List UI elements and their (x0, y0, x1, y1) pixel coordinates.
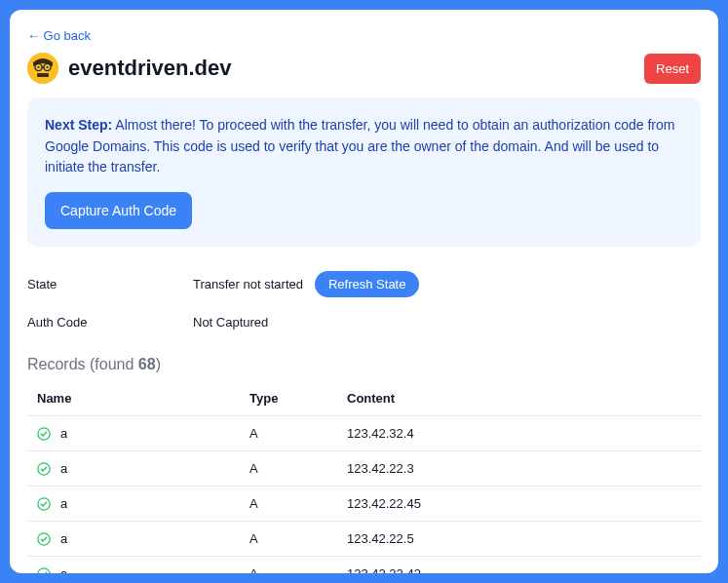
cell-name: a (27, 557, 242, 573)
records-table: Name Type Content aA123.42.32.4aA123.42.… (27, 381, 701, 573)
cell-type: A (242, 486, 339, 522)
col-header-name: Name (27, 381, 242, 416)
records-table-wrap[interactable]: Name Type Content aA123.42.32.4aA123.42.… (27, 381, 701, 573)
page-title: eventdriven.dev (68, 56, 232, 81)
svg-rect-6 (37, 73, 49, 77)
records-prefix: Records (found (27, 356, 138, 372)
info-grid: State Transfer not started Refresh State… (27, 262, 701, 338)
auth-code-row: Auth Code Not Captured (27, 306, 701, 338)
capture-auth-code-button[interactable]: Capture Auth Code (45, 192, 192, 229)
check-circle-icon (37, 497, 51, 511)
col-header-type: Type (242, 381, 339, 416)
cell-content: 123.42.22.45 (339, 486, 701, 522)
record-name: a (60, 566, 67, 573)
records-suffix: ) (156, 356, 161, 372)
check-circle-icon (37, 462, 51, 476)
check-circle-icon (37, 532, 51, 546)
check-circle-icon (37, 567, 51, 573)
next-step-body: Almost there! To proceed with the transf… (45, 117, 674, 175)
cell-type: A (242, 451, 339, 486)
header-left: eventdriven.dev (27, 53, 232, 84)
next-step-text: Next Step: Almost there! To proceed with… (45, 115, 683, 178)
next-step-box: Next Step: Almost there! To proceed with… (27, 97, 701, 247)
cell-type: A (242, 557, 339, 573)
reset-button[interactable]: Reset (644, 54, 701, 84)
svg-point-5 (46, 66, 48, 68)
auth-code-label: Auth Code (27, 315, 193, 330)
header-row: eventdriven.dev Reset (27, 53, 701, 84)
record-name: a (60, 461, 67, 476)
main-card: ← Go back eventdriven.dev Reset Next S (10, 10, 718, 573)
cell-content: 123.42.32.4 (339, 416, 701, 451)
col-header-content: Content (339, 381, 701, 416)
cell-name: a (27, 451, 242, 486)
cell-content: 123.42.22.3 (339, 451, 701, 486)
cell-name: a (27, 416, 242, 451)
cell-content: 123.42.22.5 (339, 522, 701, 557)
avatar-icon (27, 53, 58, 84)
auth-code-value: Not Captured (193, 315, 268, 330)
go-back-link[interactable]: ← Go back (27, 28, 91, 43)
svg-point-4 (37, 66, 39, 68)
table-row: aA123.42.22.3 (27, 451, 701, 486)
record-name: a (60, 531, 67, 546)
svg-point-11 (38, 567, 50, 573)
state-label: State (27, 277, 193, 292)
table-header-row: Name Type Content (27, 381, 701, 416)
record-name: a (60, 496, 67, 511)
record-name: a (60, 426, 67, 441)
table-row: aA123.42.32.4 (27, 416, 701, 451)
cell-name: a (27, 522, 242, 557)
check-circle-icon (37, 427, 51, 441)
records-count: 68 (138, 356, 156, 372)
records-header: Records (found 68) (27, 356, 701, 373)
refresh-state-button[interactable]: Refresh State (315, 271, 420, 297)
cell-type: A (242, 416, 339, 451)
table-row: aA123.42.22.5 (27, 522, 701, 557)
cell-name: a (27, 486, 242, 522)
table-row: aA123.42.22.42 (27, 557, 701, 573)
cell-type: A (242, 522, 339, 557)
cell-content: 123.42.22.42 (339, 557, 701, 573)
next-step-label: Next Step: (45, 117, 112, 133)
svg-point-0 (27, 53, 58, 84)
table-row: aA123.42.22.45 (27, 486, 701, 522)
state-value: Transfer not started (193, 277, 303, 292)
avatar (27, 53, 58, 84)
state-row: State Transfer not started Refresh State (27, 262, 701, 306)
